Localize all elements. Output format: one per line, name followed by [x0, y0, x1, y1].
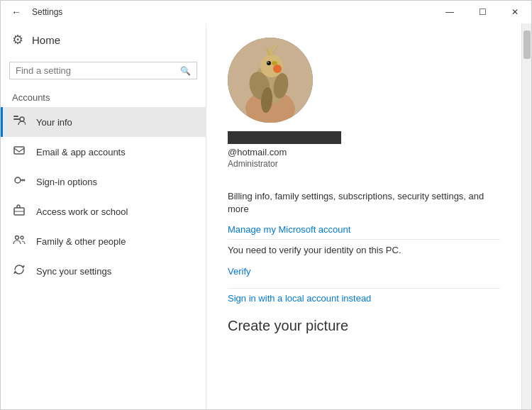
- sidebar-item-sign-in[interactable]: Sign-in options: [1, 167, 206, 196]
- person-icon: [12, 114, 26, 130]
- home-icon: ⚙: [12, 32, 23, 48]
- home-nav-item[interactable]: ⚙ Home: [1, 23, 206, 56]
- window-title: Settings: [32, 7, 62, 17]
- create-picture-heading: Create your picture: [228, 318, 500, 334]
- sign-in-label: Sign-in options: [36, 177, 97, 187]
- settings-window: ← Settings — ☐ ✕ ⚙ Home 🔍 Accounts: [0, 0, 532, 410]
- accounts-section-label: Accounts: [1, 85, 206, 107]
- svg-point-19: [267, 62, 269, 63]
- search-icon: 🔍: [180, 66, 191, 76]
- home-label: Home: [32, 34, 60, 46]
- content-area: ⚙ Home 🔍 Accounts: [1, 23, 531, 409]
- scrollbar-thumb[interactable]: [523, 31, 531, 59]
- svg-rect-3: [14, 147, 24, 154]
- divider-1: [228, 239, 500, 240]
- profile-section: @hotmail.com Administrator: [228, 38, 500, 179]
- sidebar-item-email-app[interactable]: Email & app accounts: [1, 137, 206, 167]
- sidebar-item-family[interactable]: Family & other people: [1, 226, 206, 256]
- email-icon: [12, 144, 26, 160]
- user-name-redacted: [228, 131, 341, 144]
- local-account-link[interactable]: Sign in with a local account instead: [228, 293, 500, 304]
- user-email: @hotmail.com: [228, 147, 287, 157]
- manage-account-link[interactable]: Manage my Microsoft account: [228, 224, 500, 235]
- title-bar: ← Settings — ☐ ✕: [1, 1, 531, 23]
- svg-point-18: [267, 61, 271, 65]
- divider-2: [228, 288, 500, 289]
- people-icon: [12, 233, 26, 249]
- svg-point-8: [21, 236, 23, 239]
- search-box[interactable]: 🔍: [9, 62, 197, 79]
- key-icon: [12, 174, 26, 189]
- sidebar: ⚙ Home 🔍 Accounts: [1, 23, 206, 409]
- sidebar-item-sync[interactable]: Sync your settings: [1, 256, 206, 286]
- window-controls: — ☐ ✕: [433, 1, 531, 23]
- search-input[interactable]: [16, 65, 176, 76]
- briefcase-icon: [12, 204, 26, 219]
- billing-info-text: Billing info, family settings, subscript…: [228, 190, 497, 216]
- title-bar-left: ← Settings: [6, 2, 62, 22]
- svg-rect-0: [13, 116, 18, 117]
- verify-link[interactable]: Verify: [228, 266, 500, 277]
- verify-notice: You need to verify your identity on this…: [228, 244, 497, 257]
- svg-point-7: [16, 236, 19, 240]
- user-role: Administrator: [228, 159, 278, 169]
- sync-label: Sync your settings: [36, 266, 111, 277]
- access-work-label: Access work or school: [36, 206, 128, 217]
- maximize-button[interactable]: ☐: [466, 1, 499, 23]
- your-info-label: Your info: [36, 117, 72, 128]
- main-content: @hotmail.com Administrator Billing info,…: [206, 23, 521, 409]
- avatar: [228, 38, 313, 123]
- sidebar-item-access-work[interactable]: Access work or school: [1, 196, 206, 226]
- avatar-image: [228, 38, 313, 123]
- sidebar-item-your-info[interactable]: Your info: [1, 107, 206, 137]
- back-button[interactable]: ←: [6, 2, 26, 22]
- email-app-label: Email & app accounts: [36, 147, 126, 157]
- svg-point-4: [15, 177, 21, 183]
- svg-point-16: [273, 65, 282, 73]
- scrollbar-track[interactable]: [521, 23, 531, 409]
- minimize-button[interactable]: —: [433, 1, 466, 23]
- family-label: Family & other people: [36, 236, 126, 247]
- close-button[interactable]: ✕: [499, 1, 531, 23]
- sync-icon: [12, 263, 26, 279]
